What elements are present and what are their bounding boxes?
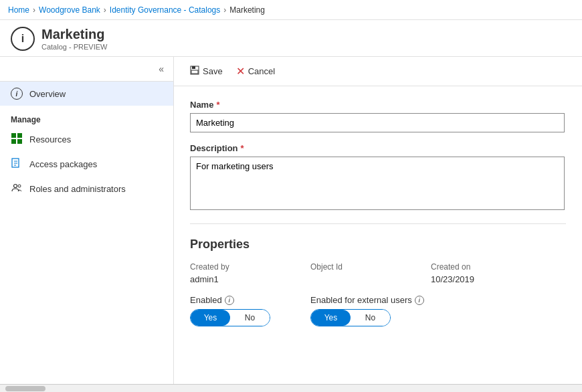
svg-rect-12 [191, 70, 198, 74]
prop-object-id: Object Id [310, 262, 431, 284]
prop-created-on-value: 10/23/2019 [431, 274, 551, 284]
ext-yes[interactable]: Yes [311, 310, 351, 326]
enabled-label: Enabled i [190, 295, 270, 305]
prop-created-by-value: admin1 [190, 274, 310, 284]
ext-users-label: Enabled for external users i [310, 295, 424, 305]
prop-created-on-header: Created on [431, 262, 551, 272]
page-title: Marketing [41, 27, 107, 42]
sidebar-item-resources[interactable]: Resources [0, 127, 173, 152]
name-input[interactable] [190, 113, 565, 132]
cancel-icon: ✕ [236, 65, 245, 78]
toggles-row: Enabled i Yes No Enabled for external us… [190, 295, 566, 326]
sidebar-collapse-bar: « [0, 57, 173, 82]
breadcrumb-home[interactable]: Home [8, 5, 29, 15]
sidebar-item-access-packages[interactable]: Access packages [0, 152, 173, 177]
name-form-group: Name * [190, 100, 566, 132]
sidebar-manage-label: Manage [0, 106, 173, 127]
svg-rect-11 [192, 66, 195, 69]
bottom-scrollbar [0, 384, 582, 392]
sidebar-access-packages-label: Access packages [29, 159, 97, 169]
prop-created-on: Created on 10/23/2019 [431, 262, 551, 284]
properties-title: Properties [190, 237, 566, 252]
sidebar-roles-label: Roles and administrators [29, 184, 126, 194]
form-area: Name * Description * Properties Created … [174, 86, 582, 340]
prop-created-by: Created by admin1 [190, 262, 310, 284]
prop-created-by-header: Created by [190, 262, 310, 272]
overview-icon: i [11, 88, 23, 100]
collapse-button[interactable]: « [156, 62, 167, 76]
save-button[interactable]: Save [185, 63, 228, 80]
save-icon [190, 66, 199, 77]
ext-users-toggle[interactable]: Yes No [310, 309, 391, 326]
ext-no[interactable]: No [351, 310, 390, 326]
svg-rect-3 [17, 139, 22, 144]
description-textarea[interactable] [190, 157, 565, 210]
properties-grid: Created by admin1 Object Id Created on 1… [190, 262, 566, 284]
sidebar-resources-label: Resources [29, 134, 71, 144]
svg-rect-2 [11, 139, 16, 144]
breadcrumb: Home › Woodgrove Bank › Identity Governa… [0, 0, 582, 20]
enabled-toggle-group: Enabled i Yes No [190, 295, 270, 326]
enabled-toggle[interactable]: Yes No [190, 309, 270, 326]
description-form-group: Description * [190, 143, 566, 210]
desc-required-marker: * [241, 143, 244, 153]
section-divider [190, 223, 566, 224]
toolbar: Save ✕ Cancel [174, 57, 582, 86]
sidebar-item-roles[interactable]: Roles and administrators [0, 177, 173, 201]
resources-icon [11, 133, 23, 146]
page-header: i Marketing Catalog - PREVIEW [0, 20, 582, 57]
header-icon: i [11, 27, 35, 51]
breadcrumb-ig-catalogs[interactable]: Identity Governance - Catalogs [110, 5, 220, 15]
name-required-marker: * [216, 100, 219, 110]
enabled-no[interactable]: No [230, 310, 270, 326]
svg-rect-1 [17, 133, 22, 138]
sidebar: « i Overview Manage Resources [0, 57, 174, 390]
sidebar-overview-label: Overview [29, 89, 66, 99]
sidebar-item-overview[interactable]: i Overview [0, 82, 173, 106]
access-packages-icon [11, 158, 23, 171]
enabled-info-icon[interactable]: i [225, 296, 234, 305]
breadcrumb-woodgrove[interactable]: Woodgrove Bank [39, 5, 100, 15]
prop-object-id-header: Object Id [310, 262, 431, 272]
cancel-label: Cancel [248, 66, 275, 76]
name-label: Name * [190, 100, 566, 110]
ext-users-toggle-group: Enabled for external users i Yes No [310, 295, 424, 326]
save-label: Save [203, 66, 223, 76]
header-text: Marketing Catalog - PREVIEW [41, 27, 107, 51]
breadcrumb-sep-1: › [33, 5, 35, 15]
roles-icon [11, 183, 23, 195]
enabled-yes[interactable]: Yes [191, 310, 230, 326]
breadcrumb-current: Marketing [229, 5, 265, 15]
page-subtitle: Catalog - PREVIEW [41, 43, 107, 51]
ext-users-info-icon[interactable]: i [415, 296, 424, 305]
description-label: Description * [190, 143, 566, 153]
content-area: Save ✕ Cancel Name * Description * [174, 57, 582, 390]
main-layout: « i Overview Manage Resources [0, 57, 582, 390]
svg-point-9 [18, 185, 21, 187]
svg-rect-0 [11, 133, 16, 138]
cancel-button[interactable]: ✕ Cancel [231, 62, 280, 80]
svg-point-8 [14, 185, 17, 188]
scrollbar-thumb[interactable] [5, 386, 45, 391]
header-icon-char: i [21, 33, 24, 45]
breadcrumb-sep-2: › [104, 5, 106, 15]
breadcrumb-sep-3: › [223, 5, 226, 15]
